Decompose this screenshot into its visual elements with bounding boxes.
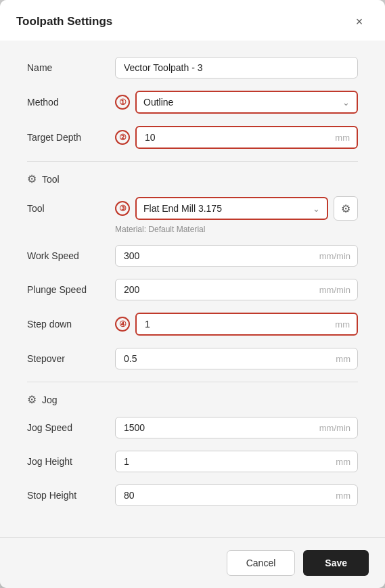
step-down-badge: ④ [115,317,130,332]
step-down-unit: mm [335,319,357,330]
method-value: Outline [143,97,173,108]
jog-speed-input-wrapper: mm/min [115,417,358,438]
tool-value: Flat End Mill 3.175 [143,203,222,214]
jog-speed-unit: mm/min [319,423,357,433]
jog-section-label: Jog [42,394,58,405]
plunge-speed-label: Plunge Speed [27,284,115,295]
plunge-speed-input[interactable] [116,279,319,300]
work-speed-control: mm/min [115,245,358,267]
tool-label: Tool [27,203,115,214]
close-button[interactable]: × [350,12,369,31]
dialog-body: Name Method ① Outline ⌄ Target Depth ② [0,41,385,537]
dialog-header: Toolpath Settings × [0,0,385,41]
material-note: Material: Default Material [115,225,358,234]
stop-height-row: Stop Height mm [27,484,358,506]
plunge-speed-input-wrapper: mm/min [115,279,358,300]
tool-settings-gear-icon: ⚙ [341,202,350,215]
target-depth-input[interactable] [137,127,335,148]
method-label: Method [27,97,115,108]
stepover-input-wrapper: mm [115,348,358,369]
target-depth-row: Target Depth ② mm [27,126,358,149]
tool-section-label: Tool [42,174,60,185]
dialog-title: Toolpath Settings [16,15,112,28]
name-control [115,57,358,78]
tool-settings-button[interactable]: ⚙ [334,196,358,221]
method-row: Method ① Outline ⌄ [27,91,358,114]
stepover-control: mm [115,348,358,369]
stepover-input[interactable] [116,348,336,369]
jog-height-control: mm [115,451,358,472]
tool-select-group: ③ Flat End Mill 3.175 ⌄ ⚙ [115,196,358,221]
method-badge: ① [115,95,130,110]
name-label: Name [27,62,115,73]
stepover-unit: mm [336,354,357,364]
jog-height-input-wrapper: mm [115,451,358,472]
toolpath-settings-dialog: Toolpath Settings × Name Method ① Outlin… [0,0,385,588]
target-depth-unit: mm [335,133,357,143]
step-down-input[interactable] [137,314,335,334]
plunge-speed-control: mm/min [115,279,358,300]
step-down-row: Step down ④ mm [27,313,358,336]
step-down-input-wrapper: mm [135,313,358,336]
work-speed-input[interactable] [116,246,319,266]
jog-gear-icon: ⚙ [27,393,37,406]
target-depth-input-wrapper: mm [135,126,358,149]
jog-height-input[interactable] [116,451,336,472]
dialog-footer: Cancel Save [0,537,385,588]
tool-row: Tool ③ Flat End Mill 3.175 ⌄ ⚙ [27,196,358,221]
method-select[interactable]: Outline ⌄ [135,91,358,114]
jog-height-label: Jog Height [27,456,115,467]
jog-height-row: Jog Height mm [27,451,358,472]
method-chevron-icon: ⌄ [342,97,350,108]
tool-badge: ③ [115,201,130,216]
stepover-label: Stepover [27,353,115,364]
work-speed-row: Work Speed mm/min [27,245,358,267]
tool-chevron-icon: ⌄ [313,204,320,214]
work-speed-input-wrapper: mm/min [115,245,358,267]
stop-height-unit: mm [336,491,357,501]
tool-section-header: ⚙ Tool [27,173,358,185]
plunge-speed-unit: mm/min [319,285,357,295]
plunge-speed-row: Plunge Speed mm/min [27,279,358,300]
jog-speed-label: Jog Speed [27,422,115,433]
stop-height-input-wrapper: mm [115,484,358,506]
target-depth-control: ② mm [115,126,358,149]
stop-height-input[interactable] [116,485,336,505]
work-speed-unit: mm/min [319,251,357,261]
jog-section-header: ⚙ Jog [27,393,358,406]
jog-speed-input[interactable] [116,417,319,438]
target-depth-badge: ② [115,130,130,145]
jog-speed-control: mm/min [115,417,358,438]
jog-height-unit: mm [336,457,357,467]
name-input[interactable] [115,57,358,78]
jog-section-divider [27,382,358,382]
stop-height-control: mm [115,484,358,506]
step-down-control: ④ mm [115,313,358,336]
jog-speed-row: Jog Speed mm/min [27,417,358,438]
cancel-button[interactable]: Cancel [227,550,296,576]
tool-section-divider [27,161,358,162]
stepover-row: Stepover mm [27,348,358,369]
tool-select[interactable]: Flat End Mill 3.175 ⌄ [135,197,328,220]
target-depth-label: Target Depth [27,132,115,143]
save-button[interactable]: Save [303,550,369,576]
stop-height-label: Stop Height [27,490,115,501]
method-control: ① Outline ⌄ [115,91,358,114]
work-speed-label: Work Speed [27,250,115,261]
name-row: Name [27,57,358,78]
step-down-label: Step down [27,319,115,330]
tool-gear-icon: ⚙ [27,173,37,185]
